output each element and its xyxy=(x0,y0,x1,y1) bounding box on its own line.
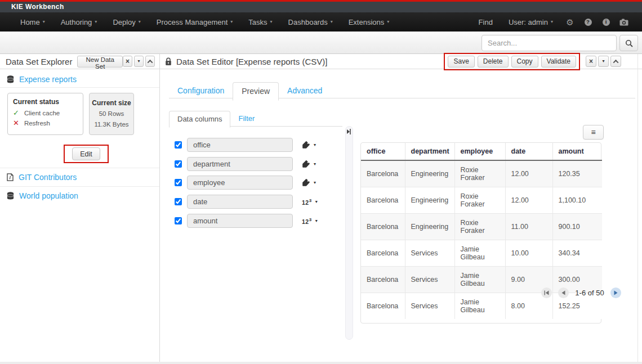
panel-menu-button[interactable]: ▾ xyxy=(134,56,144,67)
column-name-field-department[interactable] xyxy=(187,157,293,171)
close-panel-button[interactable]: × xyxy=(123,56,132,67)
grid-menu-button[interactable]: ≡ xyxy=(583,125,604,140)
current-size-title: Current size xyxy=(90,98,133,109)
file-icon xyxy=(7,173,14,181)
search-bar-row xyxy=(0,32,642,54)
settings-button[interactable]: ⚙ xyxy=(561,12,579,32)
cross-icon: ✕ xyxy=(13,119,19,127)
first-page-button[interactable] xyxy=(541,287,552,298)
info-icon: i xyxy=(603,19,610,26)
nav-user-menu[interactable]: User: admin▾ xyxy=(501,12,561,32)
close-icon: × xyxy=(589,58,593,65)
chevron-down-icon: ▾ xyxy=(602,59,604,64)
column-type-dropdown-employee[interactable]: ▾ xyxy=(302,179,316,187)
column-name-field-date[interactable] xyxy=(187,195,293,209)
editor-window-buttons: × ▾ xyxy=(586,56,621,67)
nav-menu-extensions[interactable]: Extensions▾ xyxy=(341,12,398,32)
column-checkbox-department[interactable] xyxy=(175,160,182,168)
tab-preview[interactable]: Preview xyxy=(233,82,279,101)
next-page-icon xyxy=(614,290,618,295)
nav-menu-home[interactable]: Home▾ xyxy=(12,12,53,32)
nav-right: Find User: admin▾ ⚙ ? i xyxy=(471,12,633,32)
column-type-dropdown-office[interactable]: ▾ xyxy=(302,141,316,149)
data-set-editor-panel: Data Set Editor [Expense reports (CSV)] … xyxy=(160,54,642,362)
column-checkbox-amount[interactable] xyxy=(175,217,182,224)
column-checkbox-date[interactable] xyxy=(175,198,182,205)
collapse-panel-button[interactable] xyxy=(145,56,155,67)
app-title: KIE Workbench xyxy=(11,3,64,11)
search-icon xyxy=(625,39,633,47)
brand-bar: KIE Workbench xyxy=(0,2,642,12)
dataset-item-expense-reports[interactable]: Expense reports xyxy=(0,71,159,88)
next-page-button[interactable] xyxy=(610,287,621,298)
subtab-filter[interactable]: Filter xyxy=(230,111,262,128)
chevron-down-icon: ▾ xyxy=(314,143,316,147)
panel-splitter[interactable] xyxy=(345,126,353,340)
status-row-cache: ✓ Client cache xyxy=(13,109,78,117)
column-type-dropdown-amount[interactable]: 123 ▾ xyxy=(302,217,318,225)
tag-icon xyxy=(302,141,310,149)
tab-configuration[interactable]: Configuration xyxy=(169,82,233,101)
footer-strip xyxy=(0,362,642,364)
column-type-dropdown-department[interactable]: ▾ xyxy=(302,160,316,168)
help-button[interactable]: ? xyxy=(579,12,597,32)
nav-menu-dashboards[interactable]: Dashboards▾ xyxy=(280,12,341,32)
col-header-amount[interactable]: amount xyxy=(552,143,602,160)
chevron-up-icon xyxy=(148,59,153,65)
nav-menu-deploy[interactable]: Deploy▾ xyxy=(105,12,148,32)
column-type-dropdown-date[interactable]: 123 ▾ xyxy=(302,198,318,206)
dataset-item-label: Expense reports xyxy=(19,75,77,84)
copy-button[interactable]: Copy xyxy=(511,56,538,68)
table-row[interactable]: BarcelonaEngineeringRoxie Foraker12.0012… xyxy=(361,160,602,187)
editor-title: Data Set Editor [Expense reports (CSV)] xyxy=(176,57,327,66)
explorer-header: Data Set Explorer New Data Set × ▾ xyxy=(0,54,159,69)
new-data-set-button[interactable]: New Data Set xyxy=(77,56,123,68)
delete-button[interactable]: Delete xyxy=(478,56,509,68)
editor-header-actions: Save Delete Copy Validate × ▾ xyxy=(444,53,621,70)
table-row[interactable]: BarcelonaEngineeringRoxie Foraker12.001,… xyxy=(361,187,602,214)
column-checkbox-office[interactable] xyxy=(175,141,182,149)
subtab-data-columns[interactable]: Data columns xyxy=(169,111,230,128)
prev-page-button[interactable] xyxy=(558,287,569,298)
nav-menus: Home▾ Authoring▾ Deploy▾ Process Managem… xyxy=(12,12,397,32)
column-name-field-office[interactable] xyxy=(187,138,293,152)
collapse-left-icon[interactable] xyxy=(346,128,353,135)
nav-menu-tasks[interactable]: Tasks▾ xyxy=(240,12,280,32)
hamburger-icon: ≡ xyxy=(591,128,595,137)
info-button[interactable]: i xyxy=(597,12,615,32)
annotation-box-save-actions: Save Delete Copy Validate xyxy=(444,53,580,70)
nav-menu-process-management[interactable]: Process Management▾ xyxy=(149,12,240,32)
col-header-date[interactable]: date xyxy=(505,143,552,160)
col-header-employee[interactable]: employee xyxy=(454,143,505,160)
tab-advanced[interactable]: Advanced xyxy=(279,82,331,101)
chevron-down-icon: ▾ xyxy=(331,20,333,24)
nav-find[interactable]: Find xyxy=(471,12,501,32)
collapse-panel-button[interactable] xyxy=(610,56,621,67)
screenshot-button[interactable] xyxy=(615,12,633,32)
chevron-down-icon: ▾ xyxy=(139,20,141,24)
chevron-down-icon: ▾ xyxy=(315,200,318,204)
nav-menu-authoring[interactable]: Authoring▾ xyxy=(53,12,105,32)
column-checkbox-employee[interactable] xyxy=(175,179,182,186)
close-panel-button[interactable]: × xyxy=(586,56,596,67)
col-header-department[interactable]: department xyxy=(405,143,454,160)
first-page-icon xyxy=(544,290,549,295)
col-header-office[interactable]: office xyxy=(361,143,405,160)
search-button[interactable] xyxy=(619,35,638,51)
collapse-arrow-icon xyxy=(347,129,352,134)
panel-menu-button[interactable]: ▾ xyxy=(598,56,609,67)
validate-button[interactable]: Validate xyxy=(541,56,576,68)
table-row[interactable]: BarcelonaServicesJamie Gilbeau10.00340.3… xyxy=(361,240,602,267)
data-set-explorer-panel: Data Set Explorer New Data Set × ▾ Expen… xyxy=(0,54,160,362)
dataset-item-git-contributors[interactable]: GIT Contributors xyxy=(0,168,159,186)
column-row-date: 123 ▾ xyxy=(175,195,318,209)
number-type-icon: 123 xyxy=(302,198,312,206)
save-button[interactable]: Save xyxy=(448,56,474,68)
dataset-item-world-population[interactable]: World population xyxy=(0,186,159,205)
table-row[interactable]: BarcelonaEngineeringRoxie Foraker11.0090… xyxy=(361,214,602,240)
edit-button[interactable]: Edit xyxy=(72,147,100,160)
search-input[interactable] xyxy=(482,35,617,51)
column-name-field-amount[interactable] xyxy=(187,214,293,228)
chevron-down-icon: ▾ xyxy=(551,20,553,24)
column-name-field-employee[interactable] xyxy=(187,176,293,190)
